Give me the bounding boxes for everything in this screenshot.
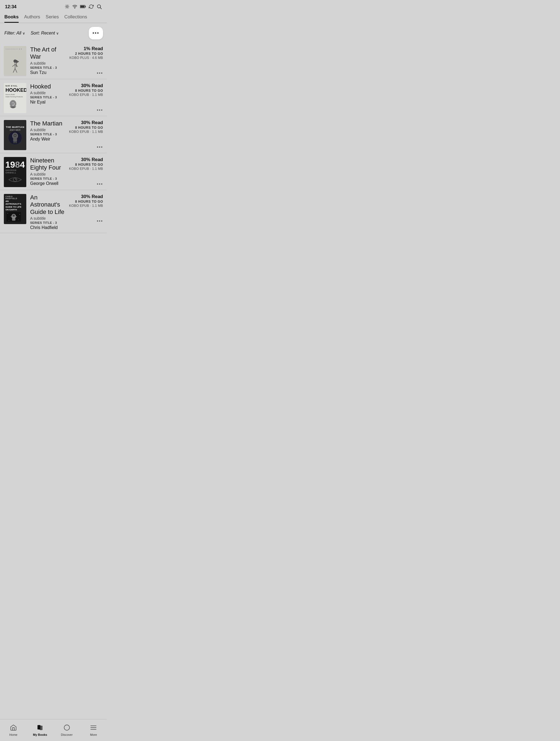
search-icon[interactable] [97, 4, 102, 10]
book-meta-art-of-war: 1% Read 2 HOURS TO GO KOBO PLUS · 4.6 MB… [69, 46, 103, 76]
book-subtitle: A subtitle [30, 61, 65, 65]
svg-line-17 [12, 64, 15, 67]
book-title: The Art of War [30, 46, 65, 61]
tab-series[interactable]: Series [46, 14, 59, 23]
svg-point-34 [15, 179, 16, 180]
book-options-button[interactable]: ••• [97, 108, 103, 113]
cover-figure-icon [8, 59, 22, 74]
book-info-1984: Nineteen Eighty Four A subtitle SERIES T… [30, 157, 65, 187]
book-author: Nir Eyal [30, 100, 65, 105]
svg-line-19 [13, 68, 15, 73]
book-title: An Astronaut's Guide to Life [30, 194, 65, 216]
read-pct: 1% Read [83, 46, 103, 52]
svg-point-44 [9, 220, 9, 220]
book-meta-top: 30% Read 8 HOURS TO GO KOBO EPUB · 1.1 M… [69, 83, 103, 97]
book-series: SERIES TITLE - 3 [30, 177, 65, 180]
read-pct: 30% Read [81, 194, 103, 199]
read-pct: 30% Read [81, 83, 103, 88]
sort-chevron: ∨ [56, 31, 59, 35]
book-meta-hooked: 30% Read 8 HOURS TO GO KOBO EPUB · 1.1 M… [69, 83, 103, 113]
book-list: ○○○○○○○○○○ 1 ≡ The Art of War A subt [0, 42, 107, 233]
hooked-cover-art [5, 99, 20, 110]
book-item-hooked[interactable]: NIR EYAL HOOKED How to BuildHabit-Formin… [0, 79, 107, 116]
hours-to-go: 8 HOURS TO GO [75, 200, 103, 204]
book-subtitle: A subtitle [30, 172, 65, 177]
svg-rect-39 [12, 218, 15, 220]
wifi-icon [72, 4, 77, 10]
status-bar: 12:34 [0, 0, 107, 12]
svg-point-23 [10, 100, 16, 108]
status-icons [65, 4, 102, 10]
svg-line-7 [65, 8, 66, 8]
book-source: KOBO EPUB · 1.1 MB [69, 93, 103, 97]
book-cover-astronaut: CHRISHADFIELD AN ASTRONAUT'SGUIDE TO LIF… [4, 194, 26, 224]
book-cover-1984: 1984 GEORGE ORWELL [4, 157, 26, 187]
options-dots: ••• [92, 30, 100, 36]
filter-controls: Filter: All ∨ Sort: Recent ∨ [4, 31, 59, 36]
book-item-martian[interactable]: THE MARTIAN ANDY WEIR The Martian A subt… [0, 116, 107, 153]
book-meta-top: 1% Read 2 HOURS TO GO KOBO PLUS · 4.6 MB [69, 46, 103, 60]
filter-label: Filter: All [4, 31, 21, 36]
svg-line-3 [65, 5, 66, 5]
book-info-astronaut: An Astronaut's Guide to Life A subtitle … [30, 194, 65, 230]
options-button[interactable]: ••• [89, 27, 103, 40]
book-options-button[interactable]: ••• [97, 182, 103, 187]
book-title: The Martian [30, 120, 65, 127]
tab-collections[interactable]: Collections [64, 14, 87, 23]
svg-rect-11 [80, 5, 84, 8]
book-cover-art-of-war: ○○○○○○○○○○ 1 ≡ [4, 46, 26, 76]
svg-point-43 [19, 214, 20, 214]
book-info-hooked: Hooked A subtitle SERIES TITLE - 3 Nir E… [30, 83, 65, 113]
svg-line-14 [100, 8, 102, 9]
book-options-button[interactable]: ••• [97, 219, 103, 224]
book-subtitle: A subtitle [30, 128, 65, 132]
book-info-art-of-war: The Art of War A subtitle SERIES TITLE -… [30, 46, 65, 76]
svg-rect-29 [13, 138, 17, 142]
book-author: Andy Weir [30, 137, 65, 142]
book-series: SERIES TITLE - 3 [30, 95, 65, 99]
svg-rect-31 [15, 141, 17, 143]
book-author: Sun Tzu [30, 70, 65, 75]
sort-label: Sort: Recent [31, 31, 55, 36]
filter-chevron: ∨ [22, 31, 25, 35]
brightness-icon [65, 4, 70, 10]
book-cover-hooked: NIR EYAL HOOKED How to BuildHabit-Formin… [4, 83, 26, 113]
tab-authors[interactable]: Authors [24, 14, 40, 23]
read-pct: 30% Read [81, 120, 103, 126]
tabs-bar: Books Authors Series Collections [0, 12, 107, 23]
book-item-astronaut[interactable]: CHRISHADFIELD AN ASTRONAUT'SGUIDE TO LIF… [0, 190, 107, 233]
book-subtitle: A subtitle [30, 216, 65, 220]
svg-point-38 [13, 215, 14, 216]
book-item-art-of-war[interactable]: ○○○○○○○○○○ 1 ≡ The Art of War A subt [0, 42, 107, 79]
filter-button[interactable]: Filter: All ∨ [4, 31, 25, 36]
hours-to-go: 8 HOURS TO GO [75, 163, 103, 166]
hours-to-go: 8 HOURS TO GO [75, 89, 103, 92]
book-item-1984[interactable]: 1984 GEORGE ORWELL Nineteen Eighty Four … [0, 153, 107, 190]
status-time: 12:34 [5, 4, 16, 10]
sort-button[interactable]: Sort: Recent ∨ [31, 31, 59, 36]
martian-cover-art [8, 131, 22, 145]
book-meta-1984: 30% Read 8 HOURS TO GO KOBO EPUB · 1.1 M… [69, 157, 103, 187]
book-options-button[interactable]: ••• [97, 145, 103, 150]
sync-icon [89, 4, 94, 10]
svg-rect-12 [85, 6, 86, 7]
hours-to-go: 8 HOURS TO GO [75, 126, 103, 130]
book-options-button[interactable]: ••• [97, 71, 103, 76]
book-series: SERIES TITLE - 3 [30, 133, 65, 136]
book-meta-top: 30% Read 8 HOURS TO GO KOBO EPUB · 1.1 M… [69, 194, 103, 208]
book-meta-martian: 30% Read 8 HOURS TO GO KOBO EPUB · 1.1 M… [69, 120, 103, 150]
read-pct: 30% Read [81, 157, 103, 162]
book-meta-astronaut: 30% Read 8 HOURS TO GO KOBO EPUB · 1.1 M… [69, 194, 103, 224]
tab-books[interactable]: Books [4, 14, 19, 23]
hours-to-go: 2 HOURS TO GO [75, 52, 103, 56]
svg-line-8 [68, 5, 69, 5]
book-subtitle: A subtitle [30, 91, 65, 95]
svg-point-42 [7, 213, 8, 213]
book-info-martian: The Martian A subtitle SERIES TITLE - 3 … [30, 120, 65, 150]
book-author: Chris Hadfield [30, 225, 65, 230]
svg-point-45 [18, 219, 19, 220]
battery-icon [80, 5, 86, 9]
book-source: KOBO EPUB · 1.1 MB [69, 130, 103, 134]
book-title: Hooked [30, 83, 65, 90]
svg-point-15 [14, 60, 16, 62]
